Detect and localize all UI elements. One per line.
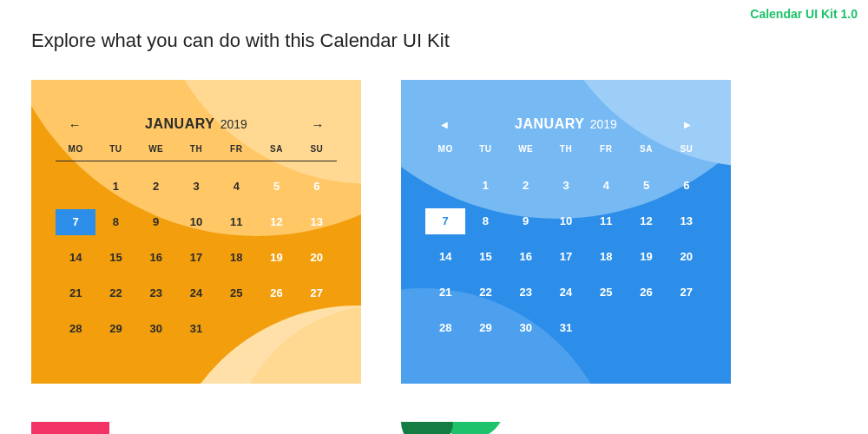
prev-month-icon[interactable]: ← xyxy=(66,117,83,132)
weekday-label: FR xyxy=(586,144,626,154)
next-month-icon[interactable]: ▶ xyxy=(679,120,696,129)
day-cell[interactable]: 23 xyxy=(506,279,546,306)
day-cell[interactable]: 14 xyxy=(425,244,465,270)
day-cell[interactable]: 31 xyxy=(176,316,216,342)
day-cell[interactable]: 30 xyxy=(136,316,176,342)
day-cell[interactable]: 4 xyxy=(586,173,626,199)
day-cell[interactable]: 14 xyxy=(56,245,95,271)
day-cell[interactable]: 15 xyxy=(95,245,135,271)
day-cell[interactable]: 16 xyxy=(506,244,546,270)
day-cell[interactable]: 22 xyxy=(95,280,135,306)
day-cell[interactable]: 28 xyxy=(56,316,95,342)
day-cell[interactable]: 4 xyxy=(216,174,256,200)
weekday-label: TH xyxy=(546,144,586,154)
day-cell[interactable]: 24 xyxy=(546,279,586,306)
prev-month-icon[interactable]: ◀ xyxy=(436,120,453,129)
day-cell[interactable]: 3 xyxy=(176,174,216,200)
calendar-title: JANUARY 2019 xyxy=(83,116,309,132)
day-cell[interactable]: 1 xyxy=(95,174,135,200)
weekday-label: FR xyxy=(216,144,256,154)
day-cell-selected[interactable]: 7 xyxy=(56,209,95,235)
preview-card-pink xyxy=(31,422,361,434)
day-cell[interactable]: 5 xyxy=(626,173,666,199)
day-cell[interactable]: 6 xyxy=(297,174,337,200)
day-cell[interactable]: 16 xyxy=(136,245,176,271)
day-cell[interactable]: 18 xyxy=(216,245,256,271)
day-cell[interactable]: 8 xyxy=(465,208,505,234)
day-cell[interactable]: 31 xyxy=(546,315,586,341)
days-grid: 0123456789101112131415161718192021222324… xyxy=(56,174,337,342)
page-header: Explore what you can do with this Calend… xyxy=(31,30,858,52)
day-cell[interactable]: 19 xyxy=(626,244,666,270)
weekday-label: WE xyxy=(136,144,176,154)
calendar-blue: ◀ JANUARY 2019 ▶ MOTUWETHFRSASU 01234567… xyxy=(401,80,731,384)
day-cell[interactable]: 25 xyxy=(216,280,256,306)
day-cell[interactable]: 8 xyxy=(95,209,135,235)
day-cell[interactable]: 20 xyxy=(667,244,707,270)
day-cell[interactable]: 24 xyxy=(176,280,216,306)
day-cell[interactable]: 21 xyxy=(425,279,465,306)
day-cell[interactable]: 29 xyxy=(465,315,505,341)
days-grid: 0123456789101112131415161718192021222324… xyxy=(425,173,707,341)
weekday-label: SU xyxy=(297,144,337,154)
day-cell[interactable]: 11 xyxy=(586,208,626,234)
day-cell[interactable]: 17 xyxy=(546,244,586,270)
calendar-month: JANUARY xyxy=(515,116,584,131)
day-cell[interactable]: 19 xyxy=(256,245,296,271)
day-cell[interactable]: 22 xyxy=(465,279,505,306)
day-cell[interactable]: 18 xyxy=(586,244,626,270)
weekday-row: MOTUWETHFRSASU xyxy=(425,144,707,161)
day-cell[interactable]: 6 xyxy=(667,173,707,199)
day-cell[interactable]: 1 xyxy=(465,173,505,199)
weekday-label: TH xyxy=(176,144,216,154)
calendar-month: JANUARY xyxy=(145,116,214,131)
day-cell[interactable]: 25 xyxy=(586,279,626,306)
day-cell[interactable]: 12 xyxy=(256,209,296,235)
bottom-preview-strip xyxy=(31,422,731,434)
day-cell[interactable]: 30 xyxy=(506,315,546,341)
weekday-label: MO xyxy=(56,144,95,154)
weekday-row: MOTUWETHFRSASU xyxy=(56,144,337,161)
day-cell[interactable]: 9 xyxy=(136,209,176,235)
day-cell[interactable]: 17 xyxy=(176,245,216,271)
preview-card-green xyxy=(401,422,731,434)
weekday-label: SA xyxy=(256,144,296,154)
day-cell[interactable]: 2 xyxy=(506,173,546,199)
calendar-header: ← JANUARY 2019 → xyxy=(56,116,337,144)
weekday-label: WE xyxy=(506,144,546,154)
calendar-header: ◀ JANUARY 2019 ▶ xyxy=(425,116,707,144)
day-cell[interactable]: 13 xyxy=(667,208,707,234)
day-cell[interactable]: 29 xyxy=(95,316,135,342)
weekday-label: TU xyxy=(95,144,135,154)
day-cell[interactable]: 13 xyxy=(297,209,337,235)
day-cell[interactable]: 21 xyxy=(56,280,95,306)
day-cell[interactable]: 23 xyxy=(136,280,176,306)
day-cell[interactable]: 10 xyxy=(176,209,216,235)
day-cell-selected[interactable]: 7 xyxy=(425,208,465,234)
day-cell[interactable]: 28 xyxy=(425,315,465,341)
day-cell[interactable]: 27 xyxy=(667,279,707,306)
weekday-label: MO xyxy=(425,144,465,154)
calendar-orange: ← JANUARY 2019 → MOTUWETHFRSASU 01234567… xyxy=(31,80,361,384)
day-cell[interactable]: 20 xyxy=(297,245,337,271)
weekday-label: SA xyxy=(626,144,666,154)
version-label: Calendar UI Kit 1.0 xyxy=(750,7,858,21)
calendar-title: JANUARY 2019 xyxy=(453,116,679,132)
day-cell[interactable]: 26 xyxy=(256,280,296,306)
day-cell[interactable]: 5 xyxy=(256,174,296,200)
next-month-icon[interactable]: → xyxy=(309,117,326,132)
day-cell[interactable]: 10 xyxy=(546,208,586,234)
day-cell[interactable]: 12 xyxy=(626,208,666,234)
weekday-label: TU xyxy=(465,144,505,154)
day-cell[interactable]: 9 xyxy=(506,208,546,234)
calendar-row: ← JANUARY 2019 → MOTUWETHFRSASU 01234567… xyxy=(31,80,731,384)
day-cell[interactable]: 26 xyxy=(626,279,666,306)
day-cell[interactable]: 27 xyxy=(297,280,337,306)
day-cell[interactable]: 11 xyxy=(216,209,256,235)
calendar-year: 2019 xyxy=(590,117,617,131)
weekday-label: SU xyxy=(667,144,707,154)
day-cell[interactable]: 3 xyxy=(546,173,586,199)
page-title: Explore what you can do with this Calend… xyxy=(31,30,450,52)
day-cell[interactable]: 15 xyxy=(465,244,505,270)
day-cell[interactable]: 2 xyxy=(136,174,176,200)
